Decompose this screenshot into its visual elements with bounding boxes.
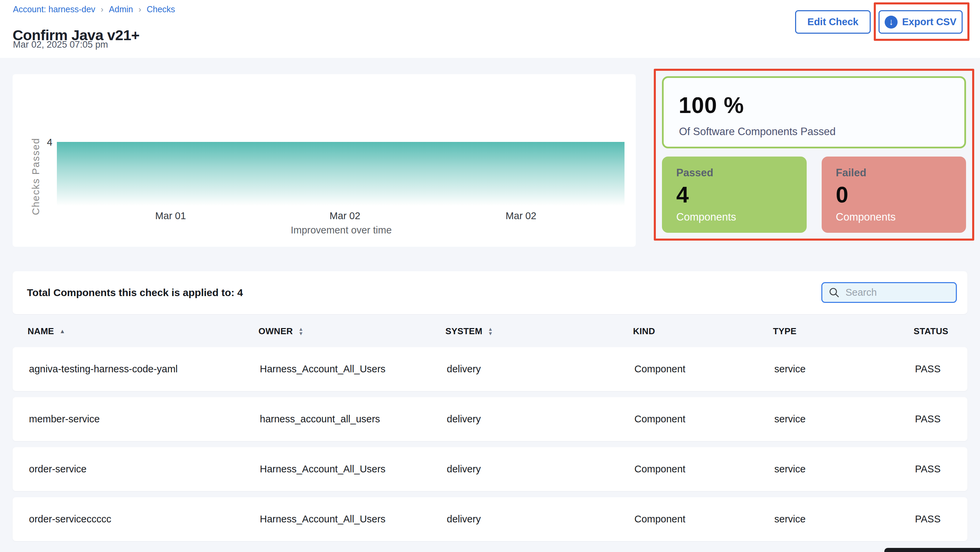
cell-kind: Component	[635, 514, 774, 525]
export-csv-button[interactable]: ↓ Export CSV	[878, 10, 963, 34]
passed-label: Passed	[676, 167, 713, 179]
cell-kind: Component	[635, 414, 774, 425]
column-label: SYSTEM	[445, 326, 482, 336]
chart-x-axis-title: Improvement over time	[291, 225, 392, 236]
percent-passed-card: 100 % Of Software Components Passed	[662, 76, 966, 148]
column-header-status: STATUS	[913, 326, 967, 336]
components-summary-bar: Total Components this check is applied t…	[13, 271, 967, 314]
cell-status: PASS	[915, 463, 967, 475]
column-label: TYPE	[773, 326, 797, 336]
chart-y-tick: 4	[34, 137, 52, 148]
table-row[interactable]: order-serviceccccc Harness_Account_All_U…	[13, 497, 967, 541]
cell-kind: Component	[635, 463, 774, 475]
sort-both-icon: ▲▼	[298, 327, 304, 336]
breadcrumb-separator-icon: ›	[138, 5, 141, 14]
column-label: OWNER	[258, 326, 293, 336]
breadcrumb-admin-link[interactable]: Admin	[109, 5, 133, 14]
cell-owner: Harness_Account_All_Users	[260, 514, 447, 525]
table-row[interactable]: order-service Harness_Account_All_Users …	[13, 447, 967, 491]
export-csv-label: Export CSV	[902, 16, 956, 28]
cell-status: PASS	[915, 363, 967, 375]
download-icon: ↓	[885, 16, 897, 29]
failed-unit: Components	[836, 211, 896, 223]
cell-type: service	[774, 414, 915, 425]
column-label: NAME	[28, 326, 54, 336]
checks-passed-chart-card: Checks Passed 4 Mar 01 Mar 02 Mar 02 Imp…	[13, 74, 636, 247]
table-row[interactable]: agniva-testing-harness-code-yaml Harness…	[13, 347, 967, 391]
cell-name: agniva-testing-harness-code-yaml	[29, 363, 260, 375]
column-label: KIND	[633, 326, 655, 336]
cell-system: delivery	[447, 363, 635, 375]
stat-cards-row: Passed 4 Components Failed 0 Components	[662, 157, 966, 233]
check-timestamp: Mar 02, 2025 07:05 pm	[13, 40, 108, 50]
sort-ascending-icon: ▲	[60, 328, 65, 334]
breadcrumb-separator-icon: ›	[101, 5, 103, 14]
column-label: STATUS	[913, 326, 948, 336]
stats-panel: 100 % Of Software Components Passed Pass…	[654, 69, 974, 241]
chart-x-tick: Mar 01	[155, 210, 186, 222]
failed-count: 0	[836, 182, 849, 208]
edit-check-button[interactable]: Edit Check	[795, 10, 871, 34]
breadcrumb: Account: harness-dev › Admin › Checks	[13, 5, 175, 14]
column-header-owner[interactable]: OWNER ▲▼	[258, 326, 445, 336]
sort-both-icon: ▲▼	[488, 327, 493, 336]
search-box[interactable]	[821, 282, 957, 303]
cell-owner: harness_account_all_users	[260, 414, 447, 425]
cell-name: order-serviceccccc	[29, 514, 260, 525]
cell-name: order-service	[29, 463, 260, 475]
chart-x-tick: Mar 02	[506, 210, 536, 222]
bottom-toast-fragment	[884, 548, 980, 552]
cell-system: delivery	[447, 414, 635, 425]
column-header-kind: KIND	[633, 326, 773, 336]
cell-owner: Harness_Account_All_Users	[260, 363, 447, 375]
search-icon	[829, 287, 840, 298]
percent-passed-caption: Of Software Components Passed	[679, 125, 835, 138]
chart-y-axis-label: Checks Passed	[30, 115, 41, 238]
cell-status: PASS	[915, 514, 967, 525]
percent-passed-value: 100 %	[679, 92, 744, 118]
passed-count: 4	[676, 182, 689, 208]
total-components-text: Total Components this check is applied t…	[27, 287, 243, 298]
chart-x-tick: Mar 02	[329, 210, 360, 222]
passed-unit: Components	[676, 211, 736, 223]
failed-stat-card: Failed 0 Components	[822, 157, 966, 233]
cell-status: PASS	[915, 414, 967, 425]
failed-label: Failed	[836, 167, 867, 179]
cell-owner: Harness_Account_All_Users	[260, 463, 447, 475]
search-input[interactable]	[845, 287, 950, 298]
table-body: agniva-testing-harness-code-yaml Harness…	[13, 347, 967, 547]
cell-name: member-service	[29, 414, 260, 425]
cell-type: service	[774, 463, 915, 475]
breadcrumb-checks-link[interactable]: Checks	[147, 5, 175, 14]
cell-type: service	[774, 363, 915, 375]
breadcrumb-account-link[interactable]: Account: harness-dev	[13, 5, 95, 14]
chart-area-series	[57, 142, 625, 206]
column-header-system[interactable]: SYSTEM ▲▼	[445, 326, 633, 336]
column-header-name[interactable]: NAME ▲	[28, 326, 258, 336]
table-header-row: NAME ▲ OWNER ▲▼ SYSTEM ▲▼ KIND TYPE STAT…	[13, 321, 967, 341]
passed-stat-card: Passed 4 Components	[662, 157, 807, 233]
cell-system: delivery	[447, 463, 635, 475]
table-row[interactable]: member-service harness_account_all_users…	[13, 397, 967, 441]
cell-system: delivery	[447, 514, 635, 525]
cell-type: service	[774, 514, 915, 525]
column-header-type: TYPE	[773, 326, 913, 336]
cell-kind: Component	[635, 363, 774, 375]
